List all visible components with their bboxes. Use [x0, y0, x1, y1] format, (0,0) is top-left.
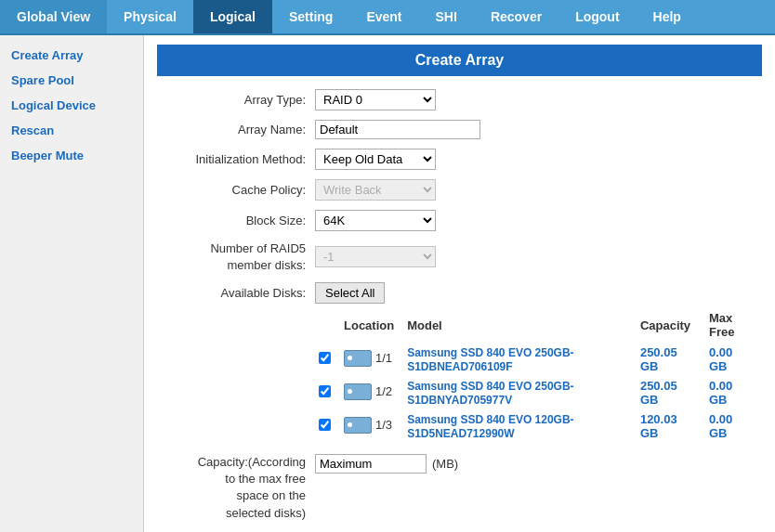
- sidebar-item-beeper-mute[interactable]: Beeper Mute: [0, 143, 143, 168]
- capacity-row: Capacity:(Accordingto the max freespace …: [157, 454, 762, 522]
- nav-logical[interactable]: Logical: [193, 0, 272, 33]
- nav-event[interactable]: Event: [349, 0, 418, 33]
- table-row: 1/1 Samsung SSD 840 EVO 250GB-S1DBNEAD70…: [315, 343, 762, 376]
- sidebar-item-rescan[interactable]: Rescan: [0, 118, 143, 143]
- array-name-input[interactable]: [315, 120, 480, 139]
- disk-location: 1/3: [340, 409, 403, 443]
- disk-maxfree: 0.00 GB: [705, 343, 762, 376]
- disk-checkbox[interactable]: [319, 352, 331, 364]
- disk-capacity: 250.05 GB: [637, 376, 705, 409]
- sidebar: Create Array Spare Pool Logical Device R…: [0, 35, 144, 532]
- capacity-input[interactable]: [315, 454, 427, 474]
- cache-policy-select[interactable]: Write Back Write Through None: [315, 179, 436, 201]
- available-disks-label: Available Disks:: [157, 282, 315, 300]
- col-maxfree: Max Free: [705, 309, 762, 343]
- nav-setting[interactable]: Setting: [272, 0, 349, 33]
- nav-logout[interactable]: Logout: [558, 0, 636, 33]
- sidebar-item-logical-device[interactable]: Logical Device: [0, 93, 143, 118]
- array-name-row: Array Name:: [157, 120, 762, 139]
- sidebar-item-spare-pool[interactable]: Spare Pool: [0, 68, 143, 93]
- cache-policy-row: Cache Policy: Write Back Write Through N…: [157, 179, 762, 201]
- disk-drive-icon: [344, 350, 372, 367]
- col-checkbox: [315, 309, 340, 343]
- disks-table: Location Model Capacity Max Free 1/1 Sam…: [315, 309, 762, 443]
- nav-physical[interactable]: Physical: [107, 0, 193, 33]
- disks-table-container: Select All Location Model Capacity Max F…: [315, 282, 762, 443]
- disk-maxfree: 0.00 GB: [705, 409, 762, 443]
- nav-global-view[interactable]: Global View: [0, 0, 107, 33]
- table-row: 1/3 Samsung SSD 840 EVO 120GB-S1D5NEAD71…: [315, 409, 762, 443]
- available-disks-section: Available Disks: Select All Location Mod…: [157, 282, 762, 443]
- disk-maxfree: 0.00 GB: [705, 376, 762, 409]
- init-method-select[interactable]: Keep Old Data Quick Init Full Init: [315, 149, 436, 170]
- disk-model: Samsung SSD 840 EVO 120GB-S1D5NEAD712990…: [403, 409, 637, 443]
- disk-drive-icon: [344, 383, 372, 400]
- raid5-row: Number of RAID5member disks: -1: [157, 240, 762, 273]
- disk-location: 1/2: [340, 376, 403, 409]
- capacity-unit: (MB): [432, 457, 458, 471]
- disk-location: 1/1: [340, 343, 403, 376]
- block-size-row: Block Size: 4K 8K 16K 32K 64K 128K 256K: [157, 210, 762, 231]
- init-method-label: Initialization Method:: [157, 152, 315, 166]
- block-size-select[interactable]: 4K 8K 16K 32K 64K 128K 256K: [315, 210, 436, 231]
- nav-shi[interactable]: SHI: [419, 0, 474, 33]
- disk-checkbox[interactable]: [319, 419, 331, 431]
- content-area: Create Array Array Type: RAID 0 RAID 1 R…: [144, 35, 775, 532]
- table-row: 1/2 Samsung SSD 840 EVO 250GB-S1DBNYAD70…: [315, 376, 762, 409]
- capacity-input-wrap: (MB): [315, 454, 458, 474]
- cache-policy-label: Cache Policy:: [157, 183, 315, 197]
- col-location: Location: [340, 309, 403, 343]
- array-name-label: Array Name:: [157, 123, 315, 136]
- raid5-select[interactable]: -1: [315, 246, 436, 267]
- top-navigation: Global View Physical Logical Setting Eve…: [0, 0, 775, 35]
- col-capacity: Capacity: [637, 309, 705, 343]
- block-size-label: Block Size:: [157, 214, 315, 227]
- array-type-row: Array Type: RAID 0 RAID 1 RAID 5 RAID 10…: [157, 89, 762, 110]
- disk-capacity: 250.05 GB: [637, 343, 705, 376]
- disk-model: Samsung SSD 840 EVO 250GB-S1DBNYAD705977…: [403, 376, 637, 409]
- sidebar-item-create-array[interactable]: Create Array: [0, 43, 143, 68]
- page-title: Create Array: [157, 45, 762, 76]
- main-container: Create Array Spare Pool Logical Device R…: [0, 35, 775, 532]
- disk-checkbox[interactable]: [319, 385, 331, 397]
- select-all-button[interactable]: Select All: [315, 282, 385, 304]
- nav-help[interactable]: Help: [637, 0, 698, 33]
- col-model: Model: [403, 309, 637, 343]
- init-method-row: Initialization Method: Keep Old Data Qui…: [157, 149, 762, 170]
- disk-model: Samsung SSD 840 EVO 250GB-S1DBNEAD706109…: [403, 343, 637, 376]
- disk-capacity: 120.03 GB: [637, 409, 705, 443]
- array-type-select[interactable]: RAID 0 RAID 1 RAID 5 RAID 10 JBOD: [315, 89, 436, 110]
- capacity-label: Capacity:(Accordingto the max freespace …: [157, 454, 315, 522]
- array-type-label: Array Type:: [157, 93, 315, 107]
- raid5-label: Number of RAID5member disks:: [157, 240, 315, 273]
- nav-recover[interactable]: Recover: [474, 0, 558, 33]
- disk-drive-icon: [344, 417, 372, 434]
